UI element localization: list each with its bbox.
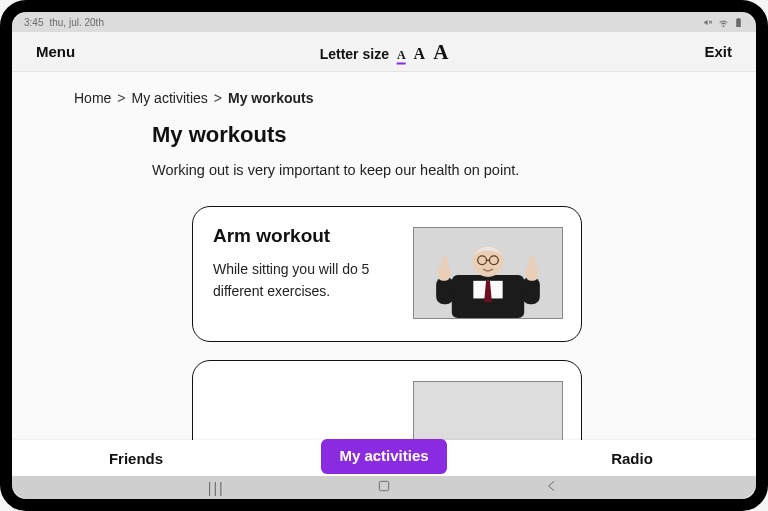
page-description: Working out is very important to keep ou…	[152, 162, 756, 178]
svg-rect-12	[380, 481, 389, 490]
device-frame-outer: 3:45 thu, jul. 20th Menu Letter size A A…	[0, 0, 768, 511]
workout-card-description: While sitting you will do 5 different ex…	[213, 259, 399, 302]
tab-my-activities-pill: My activities	[321, 439, 446, 474]
system-nav-bar: |||	[12, 476, 756, 499]
status-bar: 3:45 thu, jul. 20th	[12, 12, 756, 32]
svg-rect-11	[529, 255, 535, 269]
breadcrumb-sep-icon: >	[214, 90, 222, 106]
home-square-icon	[376, 478, 392, 494]
tab-radio[interactable]: Radio	[508, 450, 756, 467]
tab-friends[interactable]: Friends	[12, 450, 260, 467]
back-button[interactable]	[544, 478, 560, 498]
breadcrumb-my-activities[interactable]: My activities	[132, 90, 208, 106]
status-date: thu, jul. 20th	[49, 17, 103, 28]
menu-button[interactable]: Menu	[36, 43, 75, 60]
breadcrumb-sep-icon: >	[117, 90, 125, 106]
app-body: Home > My activities > My workouts My wo…	[12, 72, 756, 499]
workout-card-title	[213, 379, 399, 401]
workout-card-title: Arm workout	[213, 225, 399, 247]
workout-card-text: Arm workout While sitting you will do 5 …	[213, 225, 399, 302]
battery-icon	[733, 17, 744, 28]
workout-card-text	[213, 379, 399, 435]
letter-size-large[interactable]: A	[433, 39, 448, 64]
tab-my-activities[interactable]: My activities	[260, 441, 508, 476]
letter-size-control: Letter size A A A	[320, 39, 449, 64]
letter-size-medium[interactable]: A	[414, 44, 426, 62]
breadcrumb-current: My workouts	[228, 90, 314, 106]
workout-card[interactable]: Arm workout While sitting you will do 5 …	[192, 206, 582, 342]
breadcrumb-home[interactable]: Home	[74, 90, 111, 106]
letter-size-small[interactable]: A	[397, 47, 406, 64]
workout-card-image	[413, 227, 563, 319]
mute-icon	[703, 17, 714, 28]
back-chevron-icon	[544, 478, 560, 494]
breadcrumb: Home > My activities > My workouts	[12, 72, 756, 118]
wifi-icon	[718, 17, 729, 28]
letter-size-label: Letter size	[320, 45, 389, 61]
screen: 3:45 thu, jul. 20th Menu Letter size A A…	[12, 12, 756, 499]
status-icons	[703, 17, 744, 28]
page-title: My workouts	[152, 122, 756, 148]
home-button[interactable]	[376, 478, 392, 498]
svg-rect-9	[522, 277, 540, 304]
app-header: Menu Letter size A A A Exit	[12, 32, 756, 72]
thumbs-up-man-icon	[414, 228, 562, 318]
workout-card-description	[213, 413, 399, 435]
exit-button[interactable]: Exit	[704, 43, 732, 60]
recents-button[interactable]: |||	[208, 480, 225, 496]
svg-rect-8	[442, 255, 448, 269]
status-time: 3:45	[24, 17, 43, 28]
svg-rect-6	[436, 277, 454, 304]
bottom-tab-bar: Friends My activities Radio	[12, 440, 756, 476]
